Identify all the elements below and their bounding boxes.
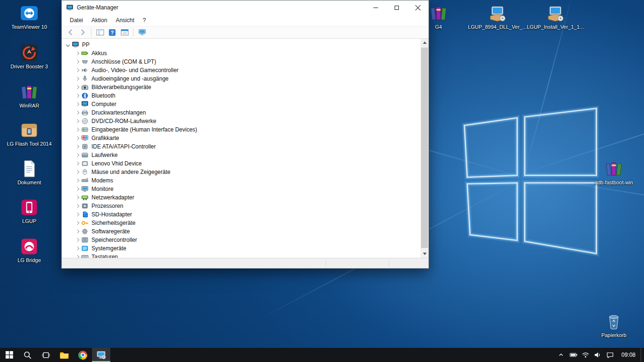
- search-icon: [23, 351, 32, 360]
- help-button[interactable]: ?: [107, 27, 118, 38]
- cpu-icon: [81, 203, 90, 209]
- show-console-tree-button[interactable]: [94, 27, 106, 38]
- tree-item-audioeing-nge-und-ausg-nge[interactable]: Audioeingänge und -ausgänge: [62, 74, 421, 83]
- expand-chevron-icon[interactable]: [74, 117, 81, 125]
- desktop-icon-adb-fastboot-win[interactable]: adb-fastboot-win: [583, 159, 644, 186]
- tree-item-lenovo-vhid-device[interactable]: Lenovo Vhid Device: [62, 159, 421, 168]
- tray-notifications[interactable]: [605, 348, 615, 362]
- menu-item-hilfe[interactable]: ?: [139, 15, 150, 25]
- tree-item-grafikkarte[interactable]: Grafikkarte: [62, 134, 421, 142]
- expand-chevron-icon[interactable]: [74, 134, 81, 142]
- expand-chevron-icon[interactable]: [74, 244, 81, 253]
- menu-item-aktion[interactable]: Aktion: [87, 15, 111, 25]
- show-desktop-button[interactable]: [641, 348, 644, 362]
- tree-item-sd-hostadapter[interactable]: SD-Hostadapter: [62, 210, 421, 219]
- tree-item-computer[interactable]: Computer: [62, 100, 421, 108]
- expand-chevron-icon[interactable]: [74, 66, 81, 74]
- tree-item-eingabeger-te-human-interface-devices[interactable]: Eingabegeräte (Human Interface Devices): [62, 125, 421, 134]
- taskbar-button-task-view[interactable]: [37, 348, 55, 362]
- tree-item-druckwarteschlangen[interactable]: Druckwarteschlangen: [62, 108, 421, 117]
- expand-chevron-icon[interactable]: [74, 142, 81, 151]
- scroll-down-button[interactable]: [421, 250, 429, 258]
- tree-item-label: Bluetooth: [91, 92, 116, 99]
- desktop-icon-lgup-install-ver-1-1[interactable]: LGUP_Install_Ver_1_1...: [525, 4, 586, 30]
- tree-item-monitore[interactable]: Monitore: [62, 185, 421, 193]
- tree-item-audio-video-und-gamecontroller[interactable]: Audio-, Video- und Gamecontroller: [62, 66, 421, 74]
- expand-chevron-icon[interactable]: [74, 253, 81, 258]
- tree-item-netzwerkadapter[interactable]: Netzwerkadapter: [62, 193, 421, 202]
- tree-item-tastaturen[interactable]: Tastaturen: [62, 253, 421, 258]
- tree-item-ide-ata-atapi-controller[interactable]: IDE ATA/ATAPI-Controller: [62, 142, 421, 151]
- expand-chevron-icon[interactable]: [74, 100, 81, 108]
- desktop-icon-papierkorb[interactable]: Papierkorb: [583, 312, 644, 338]
- expand-chevron-icon[interactable]: [74, 91, 81, 100]
- tray-network[interactable]: [580, 348, 591, 362]
- menu-item-ansicht[interactable]: Ansicht: [111, 15, 138, 25]
- collapse-chevron-icon[interactable]: [65, 41, 71, 49]
- taskbar-button-chrome[interactable]: [74, 348, 92, 362]
- desktop-icon-teamviewer-10[interactable]: TeamViewer 10: [3, 4, 55, 30]
- tree-item-dvd-cd-rom-laufwerke[interactable]: DVD/CD-ROM-Laufwerke: [62, 117, 421, 125]
- maximize-button[interactable]: [386, 1, 407, 15]
- desktop-icon-lgup-8994-dll-ver[interactable]: LGUP_8994_DLL_Ver_...: [467, 4, 528, 30]
- forward-button[interactable]: [77, 27, 88, 38]
- scroll-up-button[interactable]: [421, 39, 429, 47]
- tree-item-softwareger-te[interactable]: Softwaregeräte: [62, 227, 421, 236]
- tree-item-prozessoren[interactable]: Prozessoren: [62, 202, 421, 210]
- expand-chevron-icon[interactable]: [74, 49, 81, 58]
- expand-chevron-icon[interactable]: [74, 236, 81, 244]
- expand-chevron-icon[interactable]: [74, 176, 81, 185]
- wifi-icon: [582, 352, 589, 358]
- minimize-button[interactable]: [365, 1, 386, 15]
- back-button[interactable]: [65, 27, 76, 38]
- expand-chevron-icon[interactable]: [74, 185, 81, 193]
- properties-button[interactable]: [119, 27, 130, 38]
- desktop-icon-winrar[interactable]: WinRAR: [3, 82, 55, 109]
- taskbar-button-start[interactable]: [0, 348, 18, 362]
- desktop-icon-lgup[interactable]: LGUP: [3, 198, 55, 224]
- tray-hidden-icons[interactable]: [556, 348, 566, 362]
- expand-chevron-icon[interactable]: [74, 58, 81, 66]
- expand-chevron-icon[interactable]: [74, 219, 81, 227]
- vertical-scrollbar[interactable]: [421, 39, 429, 258]
- taskbar-clock[interactable]: 09:08: [616, 348, 641, 362]
- title-bar[interactable]: Geräte-Manager: [62, 0, 429, 15]
- tree-item-laufwerke[interactable]: Laufwerke: [62, 151, 421, 159]
- tree-item-speichercontroller[interactable]: Speichercontroller: [62, 236, 421, 244]
- close-button[interactable]: [407, 1, 429, 15]
- taskbar-button-search[interactable]: [18, 348, 37, 362]
- expand-chevron-icon[interactable]: [74, 74, 81, 83]
- desktop: Geräte-Manager DateiAktionAnsicht? ? PPA…: [0, 0, 644, 348]
- expand-chevron-icon[interactable]: [74, 108, 81, 117]
- tree-item-bluetooth[interactable]: Bluetooth: [62, 91, 421, 100]
- tree-item-pp[interactable]: PP: [62, 41, 421, 49]
- expand-chevron-icon[interactable]: [74, 151, 81, 159]
- tray-volume[interactable]: [593, 348, 603, 362]
- menu-item-datei[interactable]: Datei: [66, 15, 87, 25]
- expand-chevron-icon[interactable]: [74, 210, 81, 219]
- expand-chevron-icon[interactable]: [74, 193, 81, 202]
- taskbar-button-file-explorer[interactable]: [55, 348, 74, 362]
- expand-chevron-icon[interactable]: [74, 125, 81, 134]
- tray-battery[interactable]: [568, 348, 578, 362]
- desktop-icon-driver-booster-3[interactable]: Driver Booster 3: [3, 43, 55, 70]
- taskbar-button-device-manager[interactable]: [92, 348, 110, 362]
- tree-item-anschl-sse-com-lpt[interactable]: Anschlüsse (COM & LPT): [62, 58, 421, 66]
- expand-chevron-icon[interactable]: [74, 168, 81, 176]
- desktop-icon-lg-bridge[interactable]: LG Bridge: [3, 237, 55, 263]
- taskbar-buttons: [0, 348, 110, 362]
- expand-chevron-icon[interactable]: [74, 159, 81, 168]
- scrollbar-thumb[interactable]: [421, 48, 428, 248]
- scan-hardware-changes-button[interactable]: [136, 27, 148, 38]
- tree-item-sicherheitsger-te[interactable]: Sicherheitsgeräte: [62, 219, 421, 227]
- tree-item-bildverarbeitungsger-te[interactable]: Bildverarbeitungsgeräte: [62, 83, 421, 91]
- tree-item-akkus[interactable]: Akkus: [62, 49, 421, 58]
- desktop-icon-lg-flash-tool-2014[interactable]: LG Flash Tool 2014: [3, 121, 55, 147]
- tree-item-modems[interactable]: Modems: [62, 176, 421, 185]
- tree-item-systemger-te[interactable]: Systemgeräte: [62, 244, 421, 253]
- expand-chevron-icon[interactable]: [74, 83, 81, 91]
- expand-chevron-icon[interactable]: [74, 202, 81, 210]
- desktop-icon-dokument[interactable]: Dokument: [3, 159, 55, 186]
- expand-chevron-icon[interactable]: [74, 227, 81, 236]
- tree-item-m-use-und-andere-zeigeger-te[interactable]: Mäuse und andere Zeigegeräte: [62, 168, 421, 176]
